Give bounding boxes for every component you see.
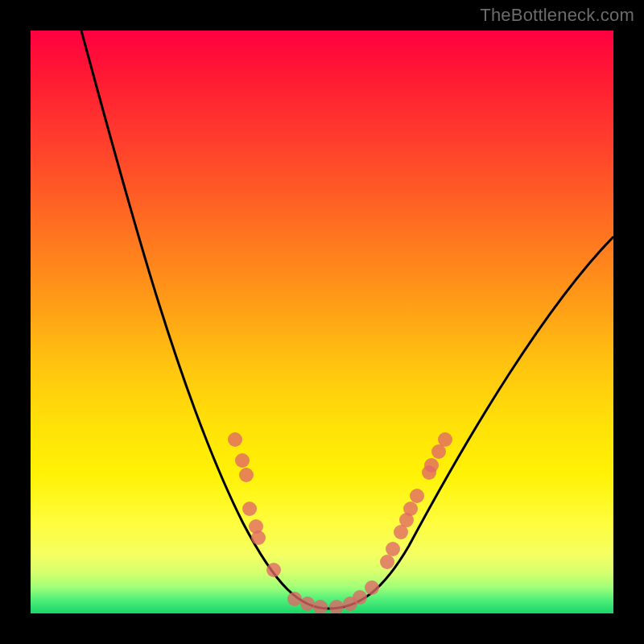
- data-marker: [353, 590, 367, 605]
- chart-plot-area: [31, 31, 613, 613]
- chart-svg: [31, 31, 613, 613]
- data-marker: [365, 580, 379, 595]
- data-marker: [266, 563, 281, 577]
- data-marker: [300, 597, 315, 611]
- data-marker: [438, 432, 452, 447]
- chart-frame: TheBottleneck.com: [0, 0, 644, 644]
- data-marker: [410, 489, 424, 503]
- data-marker: [386, 542, 400, 556]
- data-marker: [251, 530, 266, 545]
- marker-group: [228, 432, 452, 613]
- data-marker: [329, 600, 344, 613]
- data-marker: [242, 502, 257, 516]
- data-marker: [424, 458, 439, 473]
- data-marker: [313, 600, 328, 613]
- data-marker: [235, 453, 250, 468]
- data-marker: [380, 555, 394, 569]
- data-marker: [239, 468, 254, 482]
- data-marker: [403, 502, 418, 516]
- data-marker: [287, 592, 302, 606]
- watermark-text: TheBottleneck.com: [480, 5, 634, 26]
- data-marker: [228, 432, 242, 447]
- bottleneck-curve: [81, 31, 613, 609]
